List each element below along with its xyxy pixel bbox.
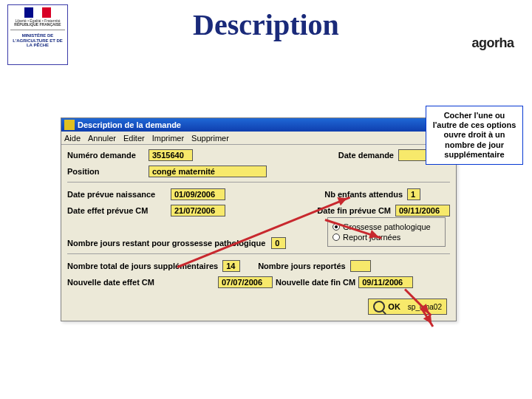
dialog-menubar: Aide Annuler Editer Imprimer Supprimer (61, 132, 456, 145)
menu-editer[interactable]: Editer (123, 134, 145, 143)
date-fin-prevue-value[interactable]: 09/11/2006 (395, 205, 450, 216)
magnifier-icon (373, 301, 385, 313)
nouvelle-date-effet-value[interactable]: 07/07/2006 (218, 276, 273, 288)
nouvelle-date-effet-label: Nouvelle date effet CM (67, 278, 171, 287)
menu-aide[interactable]: Aide (64, 134, 81, 143)
date-prevue-naissance-value[interactable]: 01/09/2006 (171, 188, 225, 200)
nb-jours-reportes-value[interactable] (350, 260, 371, 272)
radio-icon (332, 233, 340, 241)
dialog-titlebar[interactable]: Description de la demande (61, 118, 456, 132)
date-effet-prevue-label: Date effet prévue CM (67, 206, 171, 215)
position-label: Position (67, 167, 149, 176)
agorha-logo: agorha (467, 7, 519, 51)
nouvelle-date-fin-label: Nouvelle date fin CM (276, 278, 355, 287)
menu-supprimer[interactable]: Supprimer (191, 134, 229, 143)
description-dialog: Description de la demande Aide Annuler E… (61, 117, 457, 321)
date-prevue-naissance-label: Date prévue naissance (67, 190, 171, 199)
nouvelle-date-fin-value[interactable]: 09/11/2006 (358, 276, 413, 288)
radio-report-journees[interactable]: Report journées (332, 233, 440, 242)
numero-demande-label: Numéro demande (67, 151, 149, 160)
nb-total-supp-value[interactable]: 14 (222, 260, 240, 272)
menu-annuler[interactable]: Annuler (88, 134, 116, 143)
menu-imprimer[interactable]: Imprimer (152, 134, 184, 143)
agorha-arcs-icon (467, 7, 519, 37)
radio-group-options: Grossesse pathologique Report journées (327, 217, 446, 247)
dialog-icon (64, 120, 75, 130)
date-fin-prevue-label: Date fin prévue CM (317, 206, 391, 215)
callout-text: Cocher l'une ou l'autre de ces options o… (433, 111, 516, 159)
nb-jours-reportes-label: Nombre jours reportés (258, 262, 346, 270)
callout-note: Cocher l'une ou l'autre de ces options o… (426, 106, 523, 165)
separator-2 (67, 253, 450, 254)
nb-total-supp-label: Nombre total de jours supplémentaires (67, 262, 218, 270)
dialog-title: Description de la demande (78, 118, 181, 132)
date-effet-prevue-value[interactable]: 21/07/2006 (171, 205, 225, 216)
nb-jours-restant-value[interactable]: 0 (271, 237, 286, 249)
separator (67, 182, 450, 183)
nb-enfants-value[interactable]: 1 (407, 188, 420, 200)
page-title: Description (0, 7, 532, 42)
nb-enfants-label: Nb enfants attendus (324, 190, 403, 199)
position-value[interactable]: congé maternité (149, 166, 267, 177)
slide-header: Liberté • Égalité • Fraternité RÉPUBLIQU… (0, 0, 532, 66)
date-demande-label: Date demande (338, 151, 394, 160)
ok-button-label: OK (388, 302, 400, 311)
numero-demande-value[interactable]: 3515640 (149, 149, 193, 161)
